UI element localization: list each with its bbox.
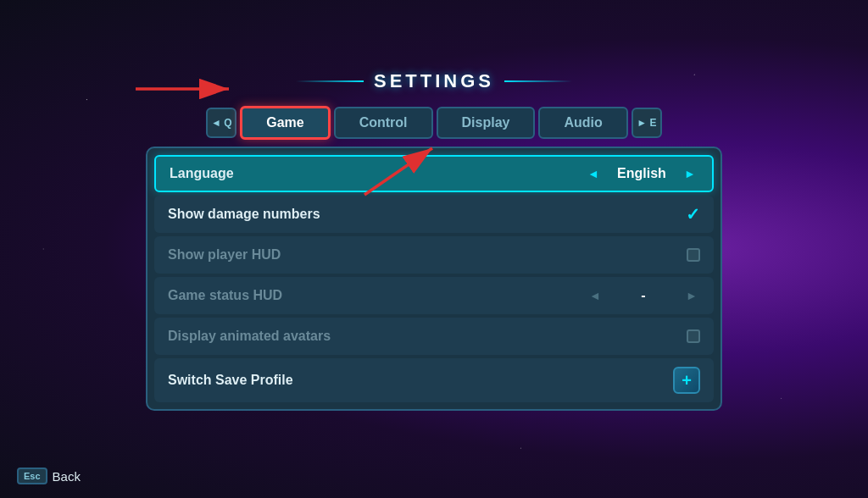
setting-row-animated-avatars[interactable]: Display animated avatars [154,318,714,355]
settings-title-row: SETTINGS [146,70,722,92]
tab-control[interactable]: Control [334,107,433,139]
switch-save-profile-label: Switch Save Profile [168,373,293,388]
language-control: ◄ English ► [585,165,698,182]
damage-numbers-control: ✓ [686,204,700,224]
animated-avatars-label: Display animated avatars [168,329,331,344]
setting-row-player-hud[interactable]: Show player HUD [154,236,714,274]
animated-avatars-control [687,329,700,343]
nav-left-button[interactable]: ◄ Q [206,108,236,138]
player-hud-control [687,248,700,262]
switch-save-profile-control: + [673,367,700,394]
player-hud-checkbox[interactable] [687,248,700,262]
game-status-arrow-right[interactable]: ► [683,287,700,304]
back-label: Back [53,469,81,484]
damage-numbers-label: Show damage numbers [168,207,320,222]
title-line-right [504,80,572,82]
title-line-left [296,80,364,82]
game-status-hud-control: ◄ - ► [587,287,700,304]
tab-game[interactable]: Game [240,106,330,140]
game-status-value: - [614,288,673,303]
setting-row-game-status-hud[interactable]: Game status HUD ◄ - ► [154,277,714,314]
nav-right-button[interactable]: ► E [632,108,662,138]
back-key: Esc [17,468,47,484]
game-status-arrow-left[interactable]: ◄ [587,287,604,304]
language-value: English [612,166,671,181]
tab-display[interactable]: Display [437,107,536,139]
settings-panel: Language ◄ English ► Show damage numbers… [146,147,722,411]
language-label: Language [170,166,234,181]
page-title: SETTINGS [374,70,494,92]
switch-save-profile-plus-button[interactable]: + [673,367,700,394]
game-status-hud-label: Game status HUD [168,288,282,303]
tabs-row: ◄ Q Game Control Display Audio ► E [146,106,722,140]
tab-audio[interactable]: Audio [538,107,627,139]
damage-numbers-checkmark: ✓ [686,204,700,224]
nav-left-key: ◄ Q [211,117,232,129]
back-button[interactable]: Esc Back [17,468,81,484]
setting-row-switch-save-profile[interactable]: Switch Save Profile + [154,358,714,402]
nav-right-key: ► E [637,117,656,129]
language-arrow-left[interactable]: ◄ [585,165,602,182]
language-arrow-right[interactable]: ► [682,165,698,182]
setting-row-language[interactable]: Language ◄ English ► [154,155,714,192]
setting-row-damage-numbers[interactable]: Show damage numbers ✓ [154,196,714,233]
player-hud-label: Show player HUD [168,247,281,263]
animated-avatars-checkbox[interactable] [687,329,700,343]
